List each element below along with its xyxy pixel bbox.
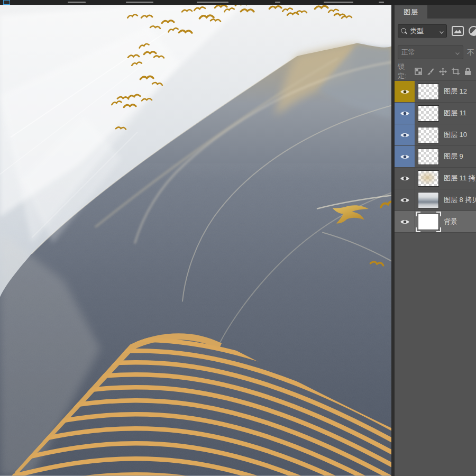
eye-icon xyxy=(400,88,410,95)
chevron-down-icon xyxy=(455,50,460,54)
document-canvas[interactable] xyxy=(0,5,391,476)
lock-label: 锁定: xyxy=(398,62,410,81)
options-bar xyxy=(0,0,476,5)
eye-icon xyxy=(400,218,410,225)
visibility-toggle[interactable] xyxy=(395,146,415,167)
lock-pixels-icon[interactable] xyxy=(427,68,434,75)
eye-icon xyxy=(400,175,410,182)
filter-kind-label: 类型 xyxy=(410,26,440,36)
options-text-fragment xyxy=(197,2,228,3)
lock-all-icon[interactable] xyxy=(464,68,471,75)
layer-row-background[interactable]: 背景 xyxy=(395,211,476,233)
options-text-fragment xyxy=(126,2,153,3)
eye-icon xyxy=(400,153,410,160)
layer-row-11[interactable]: 图层 11 xyxy=(395,103,476,124)
layer-name: 图层 12 xyxy=(444,87,467,96)
layer-thumbnail[interactable] xyxy=(418,84,439,100)
eye-icon xyxy=(400,197,410,204)
adjustment-filter-icon[interactable] xyxy=(468,25,476,36)
layer-thumbnail[interactable] xyxy=(418,127,439,143)
layer-name: 图层 11 xyxy=(444,108,466,118)
layers-list: 图层 12 图层 11 图层 10 xyxy=(395,80,476,233)
layer-filter-kind-dropdown[interactable]: 类型 xyxy=(398,24,447,38)
layer-name: 图层 11 拷贝 xyxy=(444,173,476,183)
layer-row-10[interactable]: 图层 10 xyxy=(395,124,476,146)
lock-artboard-icon[interactable] xyxy=(452,68,460,75)
lock-row: 锁定: xyxy=(398,65,476,78)
layer-thumbnail[interactable] xyxy=(418,170,439,187)
panel-tab-bar: 图层 xyxy=(395,5,476,19)
layer-row-12[interactable]: 图层 12 xyxy=(395,81,476,103)
image-filter-icon[interactable] xyxy=(452,26,464,36)
eye-icon xyxy=(400,110,410,117)
layer-row-9[interactable]: 图层 9 xyxy=(395,146,476,168)
layer-row-11-copy[interactable]: 图层 11 拷贝 xyxy=(395,168,476,189)
visibility-toggle[interactable] xyxy=(395,189,415,210)
layer-row-8-copy[interactable]: 图层 8 拷贝 xyxy=(395,189,476,211)
tab-layers[interactable]: 图层 xyxy=(395,5,427,19)
options-text-fragment xyxy=(275,2,280,3)
lock-transparency-icon[interactable] xyxy=(415,68,422,75)
canvas-artwork xyxy=(0,5,391,476)
options-text-fragment xyxy=(68,2,86,3)
layer-thumbnail[interactable] xyxy=(418,149,439,165)
eye-icon xyxy=(400,132,410,139)
magnifier-icon xyxy=(401,28,407,34)
layer-name: 图层 10 xyxy=(444,130,467,140)
active-tool-icon[interactable] xyxy=(3,0,10,5)
visibility-toggle[interactable] xyxy=(395,211,415,232)
lock-position-icon[interactable] xyxy=(439,68,447,76)
photoshop-window: 图层 类型 正常 不 锁定: xyxy=(0,0,476,476)
thumbnail-selection-frame xyxy=(416,212,441,232)
visibility-toggle[interactable] xyxy=(395,124,415,145)
blend-mode-value: 正常 xyxy=(401,48,455,57)
layer-name: 图层 8 拷贝 xyxy=(444,195,476,205)
layer-name: 背景 xyxy=(444,217,457,226)
options-text-fragment xyxy=(324,2,353,3)
visibility-toggle[interactable] xyxy=(395,168,415,189)
visibility-toggle[interactable] xyxy=(395,103,415,124)
layer-thumbnail[interactable] xyxy=(418,192,439,208)
layer-thumbnail[interactable] xyxy=(418,214,439,230)
options-text-fragment xyxy=(379,2,384,3)
chevron-down-icon xyxy=(440,29,444,33)
opacity-label-fragment: 不 xyxy=(467,48,474,58)
blend-mode-dropdown[interactable]: 正常 xyxy=(398,45,463,59)
layer-thumbnail[interactable] xyxy=(418,105,439,122)
layer-name: 图层 9 xyxy=(444,152,463,161)
layers-panel: 图层 类型 正常 不 锁定: xyxy=(395,5,476,476)
visibility-toggle[interactable] xyxy=(395,81,415,102)
